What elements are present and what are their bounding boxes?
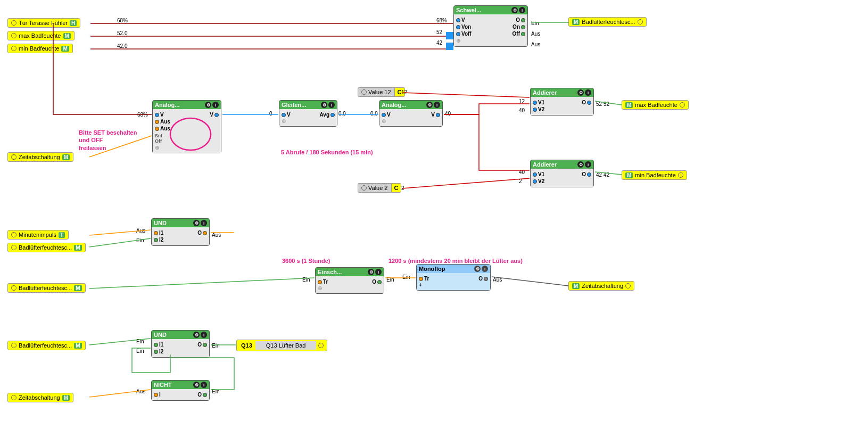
- addierer1-title: Addierer: [533, 89, 557, 96]
- add2-v2-val: 2: [519, 178, 522, 184]
- output-lufter-label: Q13 Lüfter Bad: [255, 341, 317, 350]
- port-voff: Voff: [456, 31, 472, 37]
- schwel-aus2-label: Aus: [531, 42, 540, 47]
- gleiten-header: Gleiten... ⚙ i: [279, 101, 337, 109]
- input-icon: [11, 343, 16, 348]
- nicht-i-label: Aus: [136, 389, 145, 394]
- input-label: Tür Terasse Fühler: [19, 20, 68, 26]
- port-von-dot: [456, 25, 460, 29]
- wires-svg: [0, 0, 868, 429]
- input-badluefter-1[interactable]: Badlüfterfeuchtesc... M: [7, 243, 86, 252]
- input-type: M: [74, 245, 81, 251]
- input-zeitabschaltung-2[interactable]: Zeitabschaltung M: [7, 393, 73, 402]
- einsch-body: Tr ⊕ O: [316, 276, 384, 293]
- monoflop-header: Monoflop ⚙ i: [417, 265, 490, 273]
- add1-v2-val: 40: [519, 108, 525, 113]
- output-min-badfeuchte[interactable]: M min Badfeuchte: [622, 170, 687, 180]
- settings-icon[interactable]: ⚙: [511, 7, 518, 13]
- svg-line-11: [402, 178, 530, 188]
- value12-icon: [361, 89, 367, 95]
- output-badluefter[interactable]: M Badlüfterfeuchtesc...: [568, 17, 647, 27]
- addierer2-title: Addierer: [533, 161, 557, 168]
- output-icon: [638, 19, 643, 24]
- einsch-info[interactable]: i: [375, 269, 382, 275]
- und1-settings[interactable]: ⚙: [193, 220, 200, 226]
- analog2-title: Analog...: [382, 102, 406, 108]
- wire-68pct-right: 68%: [436, 18, 447, 23]
- gleiten-body: V ⊕ Avg: [279, 109, 337, 126]
- input-zeitabschaltung-1[interactable]: Zeitabschaltung M: [7, 152, 73, 162]
- wire-42-left: 42.0: [117, 43, 127, 49]
- output-lufter-bad[interactable]: Q13 Q13 Lüfter Bad: [236, 340, 327, 351]
- info-icon[interactable]: i: [519, 7, 525, 13]
- input-minutenimpuls[interactable]: Minutenimpuls T: [7, 230, 69, 240]
- analog1-settings[interactable]: ⚙: [205, 102, 211, 108]
- annotation-circle: [0, 0, 868, 429]
- monoflop-info[interactable]: i: [482, 266, 488, 272]
- analog2-settings[interactable]: ⚙: [426, 102, 433, 108]
- schwellwert-title: Schwel...: [456, 7, 481, 13]
- analog1-info[interactable]: i: [212, 102, 219, 108]
- schwellwert-body: V Von Voff ⊕ O: [454, 14, 527, 46]
- und2-settings[interactable]: ⚙: [193, 332, 200, 338]
- gleiten-settings[interactable]: ⚙: [321, 102, 327, 108]
- input-icon: [11, 232, 16, 237]
- schwellwert-header: Schwel... ⚙ i: [454, 6, 527, 14]
- schwellwert-node: Schwel... ⚙ i V Von Voff: [453, 5, 528, 47]
- annotation-set-off: Bitte SET beschalten und OFFfreilassen: [79, 129, 148, 152]
- und1-info[interactable]: i: [201, 220, 207, 226]
- mono-tr-in-label: Ein: [402, 274, 410, 280]
- wire-val-0-left: 0: [269, 111, 272, 117]
- nicht-info[interactable]: i: [201, 382, 207, 388]
- analog1-header: Analog... ⚙ i: [153, 101, 221, 109]
- value12-label: Value 12: [358, 87, 394, 97]
- input-min-badfeuchte[interactable]: min Badfeuchte M: [7, 44, 73, 53]
- und1-header: UND ⚙ i: [152, 219, 209, 227]
- gleiten-info[interactable]: i: [328, 102, 335, 108]
- nicht-settings[interactable]: ⚙: [193, 382, 200, 388]
- nicht-title: NICHT: [154, 382, 172, 388]
- output-zeit-label: Zeitabschaltung: [582, 283, 623, 289]
- und2-o-label: Ein: [212, 343, 219, 349]
- input-icon: [11, 395, 16, 400]
- input-type: T: [59, 232, 65, 238]
- input-label: Minutenimpuls: [19, 232, 56, 238]
- addierer1-header: Addierer ⚙ i: [531, 88, 593, 97]
- und2-info[interactable]: i: [201, 332, 207, 338]
- mono-o-label: Aus: [493, 277, 502, 283]
- annotation-timing3: 1200 s (mindestens 20 min bleibt der Lüf…: [388, 258, 523, 264]
- output-zeitabschaltung[interactable]: M Zeitabschaltung: [568, 281, 634, 291]
- port-plus-schwel: ⊕: [456, 38, 472, 44]
- input-label: Zeitabschaltung: [19, 394, 60, 401]
- svg-rect-4: [446, 32, 453, 39]
- addierer2-node: Addierer ⚙ i V1 V2 O: [530, 160, 594, 187]
- port-o-right: O: [516, 17, 525, 23]
- val2-output: 2: [401, 185, 404, 191]
- wire-val-0-right: 0.0: [338, 111, 346, 117]
- einsch-settings[interactable]: ⚙: [368, 269, 374, 275]
- port-on-dot: [521, 25, 525, 29]
- addierer2-info[interactable]: i: [585, 161, 591, 168]
- und1-node: UND ⚙ i I1 I2 O: [151, 218, 210, 246]
- svg-line-19: [492, 277, 568, 286]
- port-off-dot: [521, 32, 525, 36]
- output-max-badfeuchte[interactable]: M max Badfeuchte: [622, 100, 689, 110]
- und2-title: UND: [154, 332, 167, 338]
- wire-52-right: 52: [436, 29, 442, 35]
- on-label: On: [512, 24, 520, 30]
- addierer2-settings[interactable]: ⚙: [577, 161, 584, 168]
- analog2-info[interactable]: i: [434, 102, 440, 108]
- addierer1-settings[interactable]: ⚙: [577, 89, 584, 96]
- output-min-icon: [678, 172, 683, 178]
- schwellwert-icons[interactable]: ⚙ i: [511, 7, 525, 13]
- einsch-title: Einsch...: [318, 269, 342, 275]
- addierer1-info[interactable]: i: [585, 89, 591, 96]
- annotation-timing2: 3600 s (1 Stunde): [282, 258, 330, 264]
- input-badluefter-3[interactable]: Badlüfterfeuchtesc... M: [7, 341, 86, 350]
- input-badluefter-2[interactable]: Badlüfterfeuchtesc... M: [7, 283, 86, 293]
- input-max-badfeuchte[interactable]: max Badfeuchte M: [7, 31, 75, 40]
- input-label: min Badfeuchte: [19, 45, 59, 52]
- input-tur-terasse[interactable]: Tür Terasse Fühler H: [7, 18, 80, 28]
- monoflop-settings[interactable]: ⚙: [474, 266, 481, 272]
- addierer2-header: Addierer ⚙ i: [531, 160, 593, 169]
